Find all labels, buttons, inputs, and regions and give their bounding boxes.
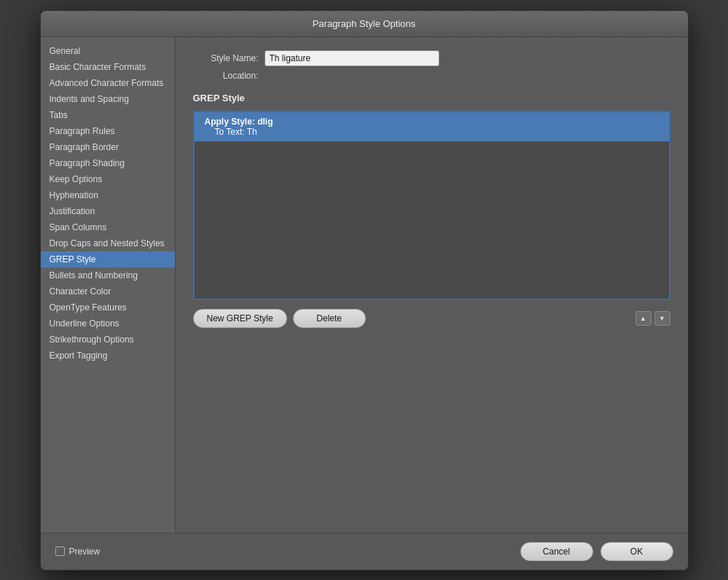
delete-button[interactable]: Delete [293, 309, 366, 328]
style-name-label: Style Name: [193, 53, 259, 63]
cancel-button[interactable]: Cancel [520, 542, 593, 561]
preview-checkbox[interactable] [55, 546, 65, 556]
sidebar-item-paragraph-shading[interactable]: Paragraph Shading [41, 155, 175, 171]
style-name-input[interactable] [265, 50, 439, 66]
ok-button[interactable]: OK [600, 542, 673, 561]
move-down-button[interactable]: ▼ [654, 311, 670, 326]
dialog-title: Paragraph Style Options [41, 11, 688, 37]
grep-apply-style: Apply Style: dlig [205, 117, 659, 127]
sidebar-item-keep-options[interactable]: Keep Options [41, 171, 175, 187]
sidebar-item-paragraph-rules[interactable]: Paragraph Rules [41, 123, 175, 139]
sidebar-item-hyphenation[interactable]: Hyphenation [41, 187, 175, 203]
sidebar-item-justification[interactable]: Justification [41, 203, 175, 219]
sidebar-item-character-color[interactable]: Character Color [41, 283, 175, 299]
sidebar-item-paragraph-border[interactable]: Paragraph Border [41, 139, 175, 155]
preview-label: Preview [69, 546, 101, 557]
sidebar-item-basic-character-formats[interactable]: Basic Character Formats [41, 59, 175, 75]
sidebar-item-opentype-features[interactable]: OpenType Features [41, 299, 175, 316]
sidebar-item-indents-and-spacing[interactable]: Indents and Spacing [41, 91, 175, 107]
sidebar-item-drop-caps-nested-styles[interactable]: Drop Caps and Nested Styles [41, 235, 175, 251]
location-label: Location: [193, 71, 259, 81]
grep-list-item[interactable]: Apply Style: dlig To Text: Th [195, 112, 669, 141]
grep-to-text: To Text: Th [205, 127, 659, 137]
sidebar-item-general[interactable]: General [41, 43, 175, 59]
sidebar: GeneralBasic Character FormatsAdvanced C… [41, 37, 176, 533]
sidebar-item-bullets-and-numbering[interactable]: Bullets and Numbering [41, 267, 175, 283]
sidebar-item-strikethrough-options[interactable]: Strikethrough Options [41, 332, 175, 348]
footer: Preview Cancel OK [41, 533, 688, 570]
main-content: Style Name: Location: GREP Style Apply S… [176, 37, 688, 533]
sidebar-item-grep-style[interactable]: GREP Style [41, 251, 175, 267]
new-grep-style-button[interactable]: New GREP Style [193, 309, 287, 328]
paragraph-style-options-dialog: Paragraph Style Options GeneralBasic Cha… [40, 10, 689, 571]
move-up-button[interactable]: ▲ [635, 311, 651, 326]
section-title: GREP Style [193, 93, 670, 103]
sidebar-item-tabs[interactable]: Tabs [41, 107, 175, 123]
empty-area [193, 332, 670, 520]
sidebar-item-underline-options[interactable]: Underline Options [41, 316, 175, 332]
sidebar-item-advanced-character-formats[interactable]: Advanced Character Formats [41, 75, 175, 91]
grep-list[interactable]: Apply Style: dlig To Text: Th [193, 111, 670, 301]
sidebar-item-export-tagging[interactable]: Export Tagging [41, 348, 175, 364]
sidebar-item-span-columns[interactable]: Span Columns [41, 219, 175, 235]
